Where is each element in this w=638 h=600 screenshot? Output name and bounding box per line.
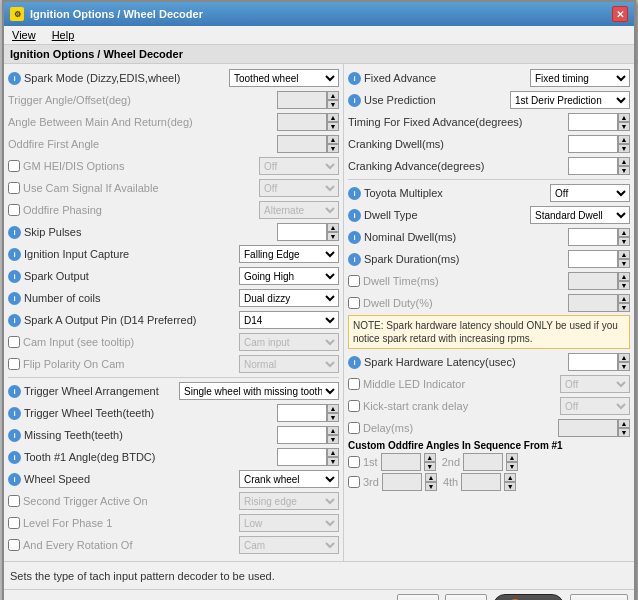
spark-mode-select[interactable]: Toothed wheel [229, 69, 339, 87]
cranking-dwell-down[interactable]: ▼ [618, 144, 630, 153]
oddfire-3rd-checkbox[interactable] [348, 476, 360, 488]
skip-pulses-info-icon[interactable]: i [8, 226, 21, 239]
num-coils-select[interactable]: Dual dizzy [239, 289, 339, 307]
cam-input-select[interactable]: Cam input [239, 333, 339, 351]
dwell-time-down[interactable]: ▼ [618, 281, 630, 290]
spark-output-select[interactable]: Going High [239, 267, 339, 285]
flip-polarity-checkbox[interactable] [8, 358, 20, 370]
trigger-angle-input[interactable]: 0.00 [277, 91, 327, 109]
spark-hw-latency-down[interactable]: ▼ [618, 362, 630, 371]
tooth1-up[interactable]: ▲ [327, 448, 339, 457]
trigger-angle-down[interactable]: ▼ [327, 100, 339, 109]
oddfire-3rd-input[interactable]: 180 [382, 473, 422, 491]
second-trigger-checkbox[interactable] [8, 495, 20, 507]
spark-hw-latency-input[interactable]: 0 [568, 353, 618, 371]
delay-down[interactable]: ▼ [618, 428, 630, 437]
cranking-advance-up[interactable]: ▲ [618, 157, 630, 166]
delay-up[interactable]: ▲ [618, 419, 630, 428]
menu-view[interactable]: View [10, 28, 38, 42]
use-cam-checkbox[interactable] [8, 182, 20, 194]
use-prediction-select[interactable]: 1st Deriv Prediction [510, 91, 630, 109]
cranking-advance-down[interactable]: ▼ [618, 166, 630, 175]
dwell-time-up[interactable]: ▲ [618, 272, 630, 281]
toyota-mpx-select[interactable]: Off [550, 184, 630, 202]
oddfire-2nd-input[interactable]: 180 [463, 453, 503, 471]
trigger-angle-up[interactable]: ▲ [327, 91, 339, 100]
spark-mode-info-icon[interactable]: i [8, 72, 21, 85]
nominal-dwell-up[interactable]: ▲ [618, 228, 630, 237]
second-trigger-select[interactable]: Rising edge [239, 492, 339, 510]
num-coils-info-icon[interactable]: i [8, 292, 21, 305]
dwell-time-input[interactable]: 0.7 [568, 272, 618, 290]
spark-a-info-icon[interactable]: i [8, 314, 21, 327]
cranking-dwell-input[interactable]: 2.5 [568, 135, 618, 153]
middle-led-select[interactable]: Off [560, 375, 630, 393]
flip-polarity-select[interactable]: Normal [239, 355, 339, 373]
spark-a-select[interactable]: D14 [239, 311, 339, 329]
toyota-mpx-info-icon[interactable]: i [348, 187, 361, 200]
dwell-duty-down[interactable]: ▼ [618, 303, 630, 312]
level-phase-checkbox[interactable] [8, 517, 20, 529]
spark-duration-info-icon[interactable]: i [348, 253, 361, 266]
skip-pulses-input[interactable]: 3 [277, 223, 327, 241]
oddfire-1st-down[interactable]: ▼ [424, 462, 436, 471]
oddfire-first-down[interactable]: ▼ [327, 144, 339, 153]
oddfire-1st-input[interactable]: 180 [381, 453, 421, 471]
cranking-advance-input[interactable]: 5.0 [568, 157, 618, 175]
window-close-button[interactable]: ✕ [612, 6, 628, 22]
timing-fixed-input[interactable]: 2.0 [568, 113, 618, 131]
trigger-wheel-select[interactable]: Single wheel with missing tooth [179, 382, 339, 400]
oddfire-first-up[interactable]: ▲ [327, 135, 339, 144]
oddfire-4th-up[interactable]: ▲ [504, 473, 516, 482]
timing-fixed-down[interactable]: ▼ [618, 122, 630, 131]
dwell-duty-input[interactable]: 50 [568, 294, 618, 312]
trigger-teeth-info-icon[interactable]: i [8, 407, 21, 420]
delay-checkbox[interactable] [348, 422, 360, 434]
cam-input-checkbox[interactable] [8, 336, 20, 348]
delay-input[interactable]: 1.000 [558, 419, 618, 437]
gm-hei-select[interactable]: Off [259, 157, 339, 175]
oddfire-4th-input[interactable]: 180 [461, 473, 501, 491]
trigger-wheel-info-icon[interactable]: i [8, 385, 21, 398]
kick-start-checkbox[interactable] [348, 400, 360, 412]
skip-pulses-down[interactable]: ▼ [327, 232, 339, 241]
menu-help[interactable]: Help [50, 28, 77, 42]
close-button[interactable]: Close [570, 594, 628, 600]
trigger-teeth-up[interactable]: ▲ [327, 404, 339, 413]
trigger-teeth-down[interactable]: ▼ [327, 413, 339, 422]
fixed-advance-info-icon[interactable]: i [348, 72, 361, 85]
undo-button[interactable]: ↩ [397, 594, 439, 600]
nominal-dwell-info-icon[interactable]: i [348, 231, 361, 244]
ignition-input-info-icon[interactable]: i [8, 248, 21, 261]
dwell-duty-checkbox[interactable] [348, 297, 360, 309]
spark-hw-latency-up[interactable]: ▲ [618, 353, 630, 362]
oddfire-1st-up[interactable]: ▲ [424, 453, 436, 462]
every-rotation-checkbox[interactable] [8, 539, 20, 551]
tooth1-down[interactable]: ▼ [327, 457, 339, 466]
level-phase-select[interactable]: Low [239, 514, 339, 532]
cranking-dwell-up[interactable]: ▲ [618, 135, 630, 144]
spark-duration-down[interactable]: ▼ [618, 259, 630, 268]
burn-button[interactable]: 🔥 Burn [493, 594, 564, 600]
wheel-speed-select[interactable]: Crank wheel [239, 470, 339, 488]
oddfire-first-input[interactable]: 90 [277, 135, 327, 153]
tooth1-info-icon[interactable]: i [8, 451, 21, 464]
angle-between-down[interactable]: ▼ [327, 122, 339, 131]
spark-duration-input[interactable]: 1.0 [568, 250, 618, 268]
dwell-duty-up[interactable]: ▲ [618, 294, 630, 303]
dwell-type-info-icon[interactable]: i [348, 209, 361, 222]
missing-teeth-input[interactable]: 2 [277, 426, 327, 444]
spark-output-info-icon[interactable]: i [8, 270, 21, 283]
tooth1-input[interactable]: 84.0 [277, 448, 327, 466]
use-cam-select[interactable]: Off [259, 179, 339, 197]
dwell-type-select[interactable]: Standard Dwell [530, 206, 630, 224]
gm-hei-checkbox[interactable] [8, 160, 20, 172]
middle-led-checkbox[interactable] [348, 378, 360, 390]
oddfire-3rd-down[interactable]: ▼ [425, 482, 437, 491]
oddfire-3rd-up[interactable]: ▲ [425, 473, 437, 482]
kick-start-select[interactable]: Off [560, 397, 630, 415]
oddfire-phasing-select[interactable]: Alternate [259, 201, 339, 219]
spark-duration-up[interactable]: ▲ [618, 250, 630, 259]
fixed-advance-select[interactable]: Fixed timing [530, 69, 630, 87]
skip-pulses-up[interactable]: ▲ [327, 223, 339, 232]
